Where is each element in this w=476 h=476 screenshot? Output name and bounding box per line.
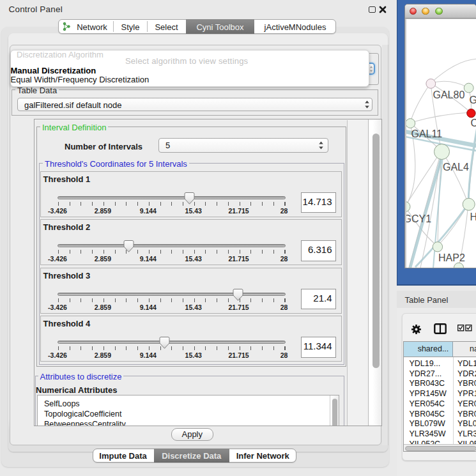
svg-text:GAL4: GAL4 (443, 161, 469, 172)
svg-text:GCY1: GCY1 (406, 213, 431, 224)
svg-text:C: C (470, 118, 476, 128)
svg-text:HAP2: HAP2 (438, 252, 465, 263)
svg-text:GA: GA (469, 95, 476, 105)
svg-text:GAL80: GAL80 (433, 89, 464, 100)
svg-text:H: H (470, 211, 476, 222)
svg-text:GAL11: GAL11 (411, 128, 442, 139)
